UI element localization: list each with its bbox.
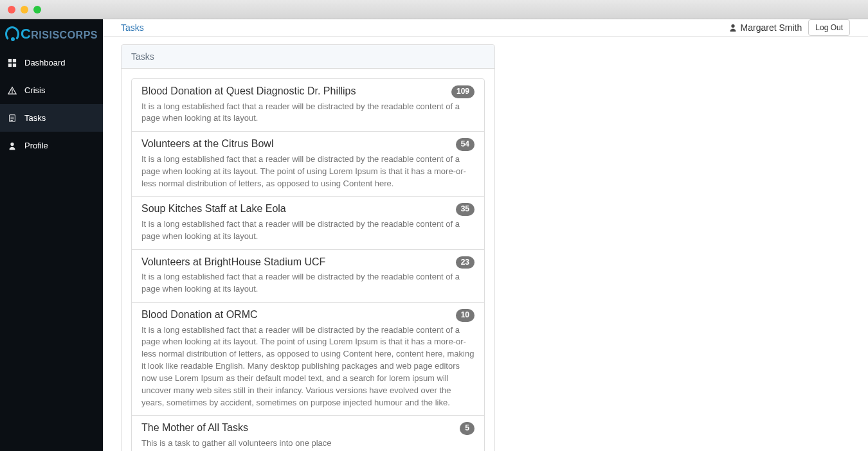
task-list: Blood Donation at Quest Diagnostic Dr. P…: [131, 78, 485, 451]
task-row[interactable]: The Mother of All Tasks5This is a task t…: [132, 416, 484, 451]
task-row[interactable]: Volunteers at BrightHouse Stadium UCF23I…: [132, 250, 484, 303]
task-row[interactable]: Blood Donation at Quest Diagnostic Dr. P…: [132, 79, 484, 132]
task-description: It is a long established fact that a rea…: [141, 218, 475, 243]
sidebar-item-label: Crisis: [24, 85, 46, 95]
sidebar-item-label: Profile: [24, 141, 48, 150]
alert-icon: [8, 86, 17, 95]
sidebar-item-label: Tasks: [24, 113, 46, 123]
close-window-icon[interactable]: [8, 6, 15, 13]
task-title: Volunteers at the Citrus Bowl: [141, 138, 456, 150]
svg-rect-2: [8, 63, 12, 66]
task-description: It is a long established fact that a rea…: [141, 271, 475, 296]
task-title: Blood Donation at Quest Diagnostic Dr. P…: [141, 85, 451, 97]
svg-rect-3: [13, 63, 16, 66]
task-description: It is a long established fact that a rea…: [141, 324, 475, 409]
sidebar-item-crisis[interactable]: Crisis: [0, 76, 103, 104]
svg-rect-0: [8, 58, 12, 62]
task-description: It is a long established fact that a rea…: [141, 154, 475, 190]
clipboard-icon: [8, 114, 17, 123]
task-row[interactable]: Volunteers at the Citrus Bowl54It is a l…: [132, 132, 484, 197]
minimize-window-icon[interactable]: [21, 6, 28, 13]
task-badge: 5: [460, 422, 475, 435]
logo-icon: [5, 26, 19, 42]
sidebar-item-label: Dashboard: [24, 58, 66, 67]
task-badge: 23: [456, 256, 475, 269]
user-label[interactable]: Margaret Smith: [728, 22, 802, 33]
svg-rect-1: [13, 58, 16, 62]
user-icon: [728, 23, 737, 32]
svg-point-5: [12, 93, 13, 93]
task-title: Volunteers at BrightHouse Stadium UCF: [141, 256, 456, 268]
main: Tasks Margaret Smith Log Out Tasks Blood…: [103, 19, 868, 451]
task-badge: 54: [456, 138, 475, 151]
tasks-panel: Tasks Blood Donation at Quest Diagnostic…: [121, 44, 495, 451]
task-badge: 109: [451, 85, 475, 98]
task-description: This is a task to gather all volunteers …: [141, 438, 475, 450]
task-badge: 35: [456, 203, 475, 216]
window-titlebar: [0, 0, 868, 19]
logo[interactable]: CRISISCORPS: [0, 19, 103, 49]
sidebar-item-dashboard[interactable]: Dashboard: [0, 49, 103, 76]
sidebar-item-profile[interactable]: Profile: [0, 132, 103, 159]
task-row[interactable]: Blood Donation at ORMC10It is a long est…: [132, 303, 484, 416]
topbar: Tasks Margaret Smith Log Out: [103, 19, 868, 37]
task-title: Blood Donation at ORMC: [141, 309, 456, 321]
maximize-window-icon[interactable]: [33, 6, 41, 13]
breadcrumb[interactable]: Tasks: [121, 22, 144, 33]
task-row[interactable]: Soup Kitches Staff at Lake Eola35It is a…: [132, 197, 484, 249]
logo-text: CRISISCORPS: [21, 26, 98, 42]
logout-button[interactable]: Log Out: [808, 19, 850, 36]
user-name: Margaret Smith: [741, 22, 802, 33]
task-description: It is a long established fact that a rea…: [141, 101, 475, 125]
user-icon: [8, 141, 17, 150]
dashboard-icon: [8, 58, 17, 67]
panel-title: Tasks: [122, 45, 494, 69]
sidebar: CRISISCORPS DashboardCrisisTasksProfile: [0, 19, 103, 451]
task-badge: 10: [456, 309, 475, 322]
task-title: Soup Kitches Staff at Lake Eola: [141, 203, 456, 215]
task-title: The Mother of All Tasks: [141, 422, 460, 434]
sidebar-item-tasks[interactable]: Tasks: [0, 104, 103, 132]
